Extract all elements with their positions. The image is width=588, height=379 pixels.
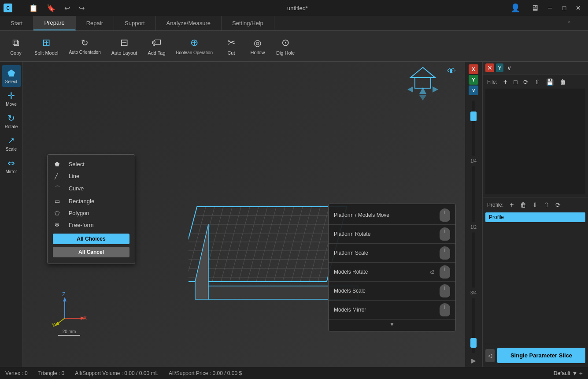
profile-header: Profile: + 🗑 ⇩ ⇧ ⟳ xyxy=(485,200,585,210)
slice-button[interactable]: Single Parameter Slice xyxy=(497,348,585,363)
tab-analyze[interactable]: Analyze/Measure xyxy=(156,16,222,30)
undo-icon[interactable]: ↩ xyxy=(63,3,72,13)
move-label: Move xyxy=(6,102,16,107)
dig-hole-icon: ⊙ xyxy=(281,37,289,48)
hollow-icon: ◎ xyxy=(254,37,261,48)
redo-icon[interactable]: ↪ xyxy=(77,3,86,13)
copy-icon: ⧉ xyxy=(12,37,19,48)
profile-add-icon[interactable]: + xyxy=(579,370,583,377)
legend-move: Platform / Models Move xyxy=(329,206,455,225)
auto-orientation-button[interactable]: ↻ Auto Orientation xyxy=(64,33,105,59)
profile-item[interactable]: Profile xyxy=(485,212,585,222)
all-choices-button[interactable]: All Choices xyxy=(53,234,129,244)
file-export-button[interactable]: ⇧ xyxy=(533,78,542,86)
file-square-button[interactable]: □ xyxy=(512,78,519,86)
legend-platform-scale-label: Platform Scale xyxy=(334,250,434,256)
rpt-dropdown-button[interactable]: ∨ xyxy=(505,63,513,72)
slice-arrow-button[interactable]: ◁ xyxy=(485,349,495,362)
cut-button[interactable]: ✂ Cut xyxy=(219,33,244,59)
svg-line-24 xyxy=(274,207,294,282)
close-button[interactable]: ✕ xyxy=(572,3,584,13)
menu-polygon[interactable]: ⬠ Polygon xyxy=(48,207,135,219)
sidebar-select[interactable]: ⬟ Select xyxy=(2,65,21,87)
file-label: File: xyxy=(487,79,497,85)
tab-setting[interactable]: Setting/Help xyxy=(222,16,274,30)
menu-line[interactable]: ╱ Line xyxy=(48,170,135,182)
profile-add-button[interactable]: + xyxy=(508,200,515,210)
profile-import-button[interactable]: ⇩ xyxy=(531,201,540,209)
file-save-button[interactable]: 💾 xyxy=(544,78,555,86)
price-status: All/Support Price : 0.00 / 0.00 $ xyxy=(169,370,242,376)
svg-line-26 xyxy=(291,207,311,282)
y-button[interactable]: Y xyxy=(469,75,478,85)
menu-curve[interactable]: ⌒ Curve xyxy=(48,182,135,195)
mouse-icon-models-mirror xyxy=(440,303,450,316)
svg-text:Z: Z xyxy=(62,292,65,297)
svg-line-20 xyxy=(238,207,259,282)
copy-button[interactable]: ⧉ Copy xyxy=(4,33,28,59)
profile-delete-button[interactable]: 🗑 xyxy=(518,201,528,209)
x-button[interactable]: X xyxy=(469,64,478,74)
boolean-operation-button[interactable]: ⊕ Boolean Operation xyxy=(172,33,217,59)
menu-freeform[interactable]: ✻ Free-form xyxy=(48,219,135,231)
legend-models-mirror: Models Mirror xyxy=(329,301,455,320)
dig-hole-button[interactable]: ⊙ Dig Hole xyxy=(272,33,299,59)
split-model-icon: ⊞ xyxy=(42,37,50,48)
move-icon: ✛ xyxy=(7,90,15,101)
hollow-button[interactable]: ◎ Hollow xyxy=(245,33,270,59)
tab-prepare[interactable]: Prepare xyxy=(33,16,75,30)
profile-dropdown[interactable]: ▾ xyxy=(573,369,577,377)
svg-line-22 xyxy=(256,207,276,282)
legend-move-label: Platform / Models Move xyxy=(334,212,434,218)
file-add-button[interactable]: + xyxy=(502,77,509,87)
sidebar-scale[interactable]: ⤢ Scale xyxy=(2,133,21,154)
slider-thumb-top[interactable] xyxy=(470,111,477,121)
profile-export-button[interactable]: ⇧ xyxy=(542,201,551,209)
split-model-button[interactable]: ⊞ Split Model xyxy=(30,33,63,59)
auto-layout-button[interactable]: ⊟ Auto Layout xyxy=(107,33,142,59)
rpt-close-button[interactable]: ✕ xyxy=(485,63,494,72)
slider-thumb-bottom[interactable] xyxy=(470,338,477,348)
legend-platform-rotate: Platform Rotate xyxy=(329,225,455,244)
add-tag-label: Add Tag xyxy=(148,50,165,56)
sidebar-move[interactable]: ✛ Move xyxy=(2,88,21,109)
mouse-icon-platform-rotate xyxy=(440,227,450,241)
minimize-button[interactable]: ─ xyxy=(544,3,556,13)
tab-support[interactable]: Support xyxy=(114,16,156,30)
toolbar: ⧉ Copy ⊞ Split Model ↻ Auto Orientation … xyxy=(0,31,588,62)
z-slider-top[interactable]: ∨ xyxy=(469,85,478,95)
svg-line-25 xyxy=(282,207,303,282)
profile-refresh-button[interactable]: ⟳ xyxy=(554,201,562,209)
boolean-op-label: Boolean Operation xyxy=(176,50,213,55)
menu-rectangle[interactable]: ▭ Rectangle xyxy=(48,195,135,207)
file-delete-button[interactable]: 🗑 xyxy=(558,78,568,86)
main-area: ⬟ Select ✛ Move ↻ Rotate ⤢ Scale ⇔ Mirro… xyxy=(0,62,588,367)
viewport[interactable]: 👁 .grid-line{stroke:#555;stroke-width:0.… xyxy=(23,62,465,367)
rpt-toggle-button[interactable]: Y xyxy=(496,63,503,72)
add-tag-button[interactable]: 🏷 Add Tag xyxy=(143,33,170,59)
maximize-button[interactable]: □ xyxy=(558,3,570,13)
vertex-status: Vertex : 0 xyxy=(5,370,28,376)
view-toggle[interactable]: 👁 xyxy=(447,66,456,76)
svg-line-27 xyxy=(300,207,320,282)
sidebar-rotate[interactable]: ↻ Rotate xyxy=(2,110,21,132)
user-icon[interactable]: 👤 xyxy=(509,2,522,14)
all-cancel-button[interactable]: All Cancel xyxy=(53,247,129,257)
menu-select[interactable]: ⬟ Select xyxy=(48,158,135,170)
hollow-label: Hollow xyxy=(250,50,265,55)
file-refresh-button[interactable]: ⟳ xyxy=(521,78,530,86)
slider-expand[interactable]: ▶ xyxy=(471,357,476,364)
tab-chevron[interactable]: ⌃ xyxy=(563,16,575,30)
sidebar-mirror[interactable]: ⇔ Mirror xyxy=(2,155,21,177)
mouse-icon-models-rotate xyxy=(440,265,450,279)
monitor-icon[interactable]: 🖥 xyxy=(529,3,540,14)
legend-collapse[interactable]: ▼ xyxy=(329,320,455,329)
logo-icon: C xyxy=(4,4,12,12)
history-icon: 📋 xyxy=(27,3,40,13)
file-header: File: + □ ⟳ ⇧ 💾 🗑 xyxy=(485,77,585,87)
polygon-menu-icon: ⬠ xyxy=(55,210,63,216)
fraction-1-2: 1/2 xyxy=(470,225,477,230)
tab-start[interactable]: Start xyxy=(0,16,33,30)
tab-repair[interactable]: Repair xyxy=(76,16,114,30)
file-preview xyxy=(485,89,585,194)
